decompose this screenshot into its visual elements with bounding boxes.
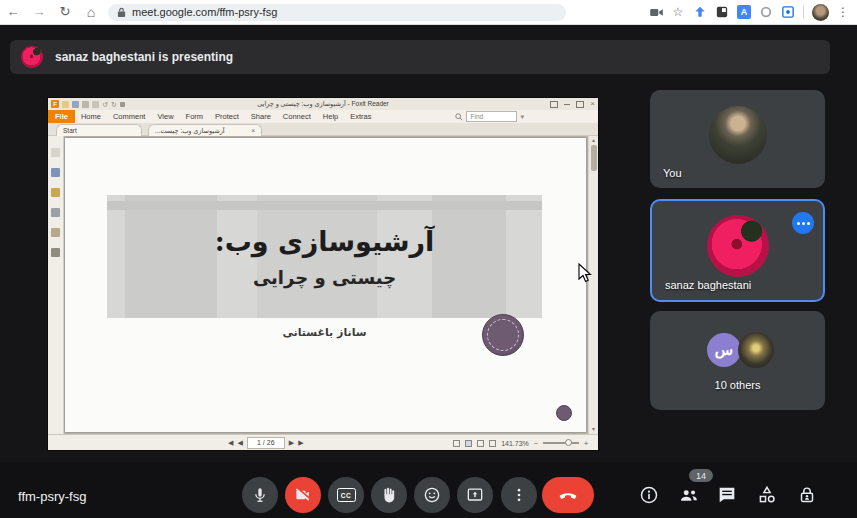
camera-off-button[interactable] xyxy=(285,477,321,513)
menu-form: Form xyxy=(180,112,210,121)
minimize-icon xyxy=(564,104,570,105)
translate-extension-icon[interactable]: A xyxy=(737,5,751,19)
band-texture xyxy=(107,201,542,210)
raise-hand-button[interactable] xyxy=(371,477,407,513)
lock-icon xyxy=(117,7,126,18)
address-bar[interactable]: meet.google.com/ffm-psry-fsg xyxy=(108,4,566,21)
extension-dark-icon[interactable] xyxy=(715,5,729,19)
menu-home: Home xyxy=(75,112,107,121)
foxit-logo-icon: F xyxy=(51,100,59,108)
extension-circle-icon[interactable] xyxy=(759,5,773,19)
slide-title: آرشیوسازی وب: xyxy=(215,226,435,257)
first-page-icon: ◀ xyxy=(228,439,233,447)
back-icon[interactable]: ← xyxy=(0,0,26,24)
zoom-slider-knob xyxy=(565,439,572,446)
presented-screen[interactable]: F ↺ ↻ آرشیوسازی وب: چیستی و چرایی - Foxi… xyxy=(48,98,598,450)
redo-icon: ↻ xyxy=(111,101,117,108)
participants-button[interactable] xyxy=(678,484,700,506)
media-controls-icon[interactable] xyxy=(649,5,663,19)
reload-icon[interactable]: ↻ xyxy=(52,0,78,24)
forward-icon[interactable]: → xyxy=(26,0,52,24)
you-avatar xyxy=(709,106,767,164)
thumbnails-icon xyxy=(51,168,60,177)
chat-button[interactable] xyxy=(716,484,738,506)
restore-icon xyxy=(550,101,558,108)
facing-view-icon xyxy=(477,440,484,447)
participant-name: sanaz baghestani xyxy=(665,279,751,291)
book-view-icon xyxy=(489,440,496,447)
presenting-text: sanaz baghestani is presenting xyxy=(55,50,233,64)
foxit-titlebar: F ↺ ↻ آرشیوسازی وب: چیستی و چرایی - Foxi… xyxy=(48,98,598,110)
scroll-down-icon: ▾ xyxy=(589,425,598,433)
layers-icon xyxy=(51,208,60,217)
meeting-code[interactable]: ffm-psry-fsg xyxy=(18,489,86,504)
undo-icon: ↺ xyxy=(102,101,108,108)
decorative-circle-small xyxy=(556,405,572,421)
host-controls-button[interactable] xyxy=(796,484,818,506)
vertical-scrollbar: ▴ ▾ xyxy=(588,136,598,434)
slide-subtitle: چیستی و چرایی xyxy=(253,267,396,288)
more-options-button[interactable] xyxy=(501,477,537,513)
menu-extras: Extras xyxy=(344,112,377,121)
foxit-document-area: آرشیوسازی وب: چیستی و چرایی ساناز باغستا… xyxy=(48,136,598,434)
maximize-icon xyxy=(576,101,584,108)
tile-options-button[interactable] xyxy=(792,212,814,234)
prev-page-icon: ◀ xyxy=(237,439,242,447)
find-input: Find xyxy=(466,111,517,122)
menu-protect: Protect xyxy=(209,112,245,121)
profile-avatar[interactable] xyxy=(812,4,829,21)
leave-call-button[interactable] xyxy=(542,477,594,513)
activities-button[interactable] xyxy=(756,484,778,506)
tab-start: Start xyxy=(56,124,142,136)
toolbar-right: ☆ A ⋮ xyxy=(649,4,857,21)
search-icon xyxy=(455,113,463,121)
foxit-tabbar: Start آرشیوسازی وب: چیست... × xyxy=(48,123,598,136)
raise-hand-icon xyxy=(379,485,399,505)
participant-tile-sanaz[interactable]: sanaz baghestani xyxy=(650,199,825,302)
microphone-button[interactable] xyxy=(242,477,278,513)
participant-tile-others[interactable]: س 10 others xyxy=(650,311,825,410)
menu-view: View xyxy=(151,112,179,121)
qat-more-icon xyxy=(120,102,125,107)
meet-bottom-bar: ffm-psry-fsg CC xyxy=(0,462,857,518)
reactions-button[interactable] xyxy=(414,477,450,513)
captions-button[interactable]: CC xyxy=(328,477,364,513)
band-texture xyxy=(125,195,217,318)
zoom-out-icon: − xyxy=(534,440,538,447)
browser-menu-icon[interactable]: ⋮ xyxy=(837,5,849,19)
info-button[interactable] xyxy=(638,484,660,506)
bookmark-star-icon[interactable]: ☆ xyxy=(671,5,685,19)
bookmarks-icon xyxy=(51,188,60,197)
camera-off-icon xyxy=(293,485,313,505)
presenter-avatar xyxy=(21,46,43,68)
email-icon xyxy=(92,101,99,108)
presenting-banner: sanaz baghestani is presenting xyxy=(10,40,830,74)
menu-share: Share xyxy=(245,112,277,121)
participant-tile-you[interactable]: You xyxy=(650,90,825,188)
home-icon[interactable]: ⌂ xyxy=(78,0,104,24)
zoom-level: 141.73% xyxy=(501,440,529,447)
window-controls: × xyxy=(550,99,595,109)
save-icon xyxy=(72,101,79,108)
sanaz-avatar xyxy=(707,215,769,277)
participants-count-badge: 14 xyxy=(689,469,713,482)
more-options-icon xyxy=(509,485,529,505)
extension-pixel-icon[interactable] xyxy=(781,5,795,19)
others-count: 10 others xyxy=(650,379,825,391)
microphone-icon xyxy=(250,485,270,505)
navigation-panel xyxy=(48,136,64,434)
extension-arrow-icon[interactable] xyxy=(693,5,707,19)
others-avatar-letter: س xyxy=(707,333,741,367)
present-button[interactable] xyxy=(457,477,493,513)
menu-comment: Comment xyxy=(107,112,152,121)
find-area: Find ▾ xyxy=(455,111,524,122)
zoom-in-icon: + xyxy=(584,440,588,447)
signature-icon xyxy=(51,248,60,257)
foxit-statusbar: ◀ ◀ 1 / 26 ▶ ▶ 141.73% − + xyxy=(48,434,598,450)
decorative-circle-large xyxy=(482,314,524,356)
browser-toolbar: ← → ↻ ⌂ meet.google.com/ffm-psry-fsg ☆ A… xyxy=(0,0,857,25)
last-page-icon: ▶ xyxy=(298,439,303,447)
smiley-icon xyxy=(422,485,442,505)
continuous-view-icon xyxy=(465,440,472,447)
captions-icon: CC xyxy=(337,488,356,502)
